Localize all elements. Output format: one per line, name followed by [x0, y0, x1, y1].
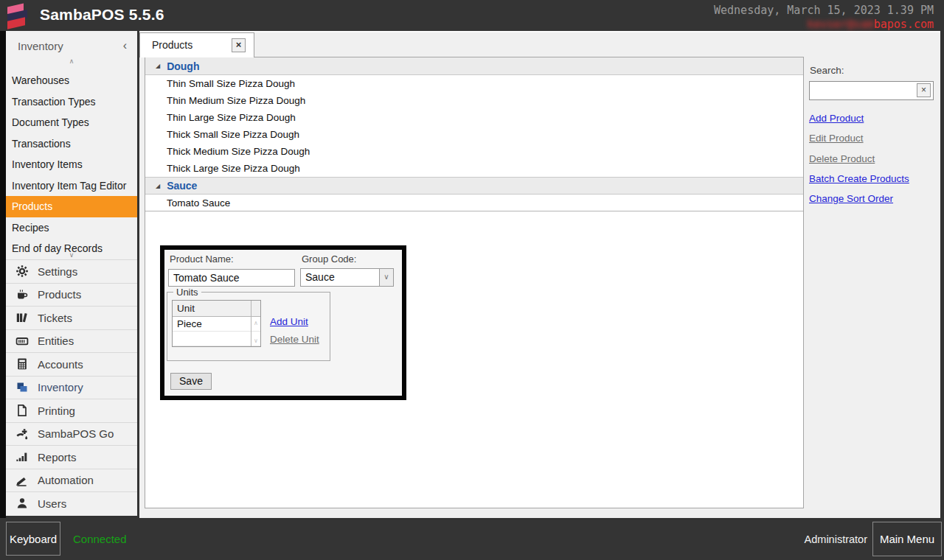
nav-item-inventory[interactable]: Inventory [6, 376, 137, 399]
pencil-icon [15, 474, 30, 487]
close-icon[interactable]: × [232, 38, 246, 52]
group-header-dough[interactable]: ◢ Dough [145, 57, 803, 75]
nav-item-label: Reports [38, 451, 77, 463]
list-item[interactable]: Thin Medium Size Pizza Dough [145, 92, 803, 109]
nav-item-label: Settings [38, 265, 77, 278]
group-code-select[interactable]: Sauce ∨ [300, 268, 394, 287]
connection-status: Connected [73, 518, 127, 560]
nav-item-tickets[interactable]: Tickets [6, 306, 137, 329]
tab-products[interactable]: Products × [139, 32, 254, 57]
nav-item-printing[interactable]: Printing [6, 399, 137, 422]
nav-item-label: Automation [38, 474, 94, 486]
sidebar-nav: Settings Products Tickets Entities Accou… [6, 259, 137, 515]
right-action-panel: Search: × Add Product Edit Product Delet… [809, 63, 936, 209]
action-links: Add Product Edit Product Delete Product … [809, 108, 936, 209]
sidebar-section-title: Inventory [18, 40, 63, 52]
footer-bar: Keyboard Connected Administrator Main Me… [0, 518, 944, 560]
left-edge-strip [0, 31, 6, 518]
nav-item-label: Tickets [38, 312, 72, 324]
list-item[interactable]: Thick Small Size Pizza Dough [145, 126, 803, 143]
scroll-up-icon[interactable]: ∧ [6, 57, 137, 65]
group-code-value: Sauce [305, 269, 335, 286]
sidebar-item-recipes[interactable]: Recipes [6, 217, 137, 239]
edit-product-link[interactable]: Edit Product [809, 128, 936, 148]
search-box: × [809, 81, 934, 100]
product-edit-form: Product Name: Group Code: Sauce ∨ Units … [160, 245, 406, 400]
sidebar-item-transactions[interactable]: Transactions [6, 133, 137, 155]
sidebar-collapse-icon[interactable]: ‹ [123, 39, 127, 52]
chevron-down-icon[interactable]: ∨ [251, 337, 260, 344]
units-scrollbar[interactable]: ∧ ∨ [251, 301, 260, 346]
batch-create-products-link[interactable]: Batch Create Products [809, 169, 936, 189]
sambapos-logo [7, 3, 34, 28]
main-menu-button[interactable]: Main Menu [872, 522, 942, 556]
unit-row-empty[interactable] [173, 332, 260, 346]
email-visible-part: bapos.com [874, 18, 934, 31]
nav-item-entities[interactable]: Entities [6, 329, 137, 353]
email-redacted-part: kevser@sam [807, 18, 873, 31]
datetime-label: Wednesday, March 15, 2023 1.39 PM [714, 4, 934, 17]
chevron-down-icon[interactable]: ∨ [379, 269, 393, 286]
expander-icon[interactable]: ◢ [156, 183, 160, 189]
unit-column-header: Unit [173, 301, 260, 317]
faucet-icon [15, 427, 30, 441]
product-name-input[interactable] [168, 269, 295, 287]
gear-icon [15, 265, 30, 278]
nav-item-label: Printing [38, 405, 75, 417]
expander-icon[interactable]: ◢ [156, 63, 160, 69]
list-item[interactable]: Thick Large Size Pizza Dough [145, 160, 803, 177]
nav-item-label: Entities [38, 335, 74, 347]
entities-icon [15, 335, 30, 348]
chevron-up-icon[interactable]: ∧ [251, 320, 260, 326]
change-sort-order-link[interactable]: Change Sort Order [809, 189, 936, 209]
list-item[interactable]: Thin Large Size Pizza Dough [145, 109, 803, 126]
nav-item-accounts[interactable]: Accounts [6, 352, 137, 376]
sidebar-item-warehouses[interactable]: Warehouses [6, 70, 137, 91]
group-name: Dough [167, 60, 199, 72]
cup-icon [15, 288, 30, 301]
nav-item-label: Products [38, 288, 81, 301]
sidebar-item-transaction-types[interactable]: Transaction Types [6, 91, 137, 113]
delete-unit-link[interactable]: Delete Unit [270, 334, 319, 345]
keyboard-button[interactable]: Keyboard [6, 522, 60, 556]
list-item[interactable]: Thick Medium Size Pizza Dough [145, 143, 803, 160]
app-title: SambaPOS 5.5.6 [40, 6, 164, 24]
nav-item-label: Inventory [38, 381, 83, 393]
unit-row[interactable]: Piece [173, 317, 260, 332]
group-code-label: Group Code: [302, 253, 356, 265]
sidebar-item-document-types[interactable]: Document Types [6, 112, 137, 133]
clear-search-icon[interactable]: × [917, 83, 931, 97]
nav-item-settings[interactable]: Settings [6, 259, 137, 283]
tab-label: Products [152, 33, 192, 57]
search-input[interactable] [810, 82, 917, 99]
nav-item-users[interactable]: Users [6, 491, 137, 515]
sidebar: Inventory ‹ ∧ Warehouses Transaction Typ… [6, 31, 137, 516]
nav-item-sambapos-go[interactable]: SambaPOS Go [6, 422, 137, 446]
nav-item-label: Accounts [38, 358, 83, 371]
sidebar-menu: Warehouses Transaction Types Document Ty… [6, 70, 137, 256]
nav-item-label: Users [38, 497, 66, 510]
units-grid[interactable]: Unit Piece ∧ ∨ [172, 300, 261, 347]
sidebar-item-inventory-item-tag-editor[interactable]: Inventory Item Tag Editor [6, 175, 137, 197]
calculator-icon [15, 357, 30, 371]
group-header-sauce[interactable]: ◢ Sauce [145, 177, 803, 195]
tickets-icon [15, 311, 30, 324]
nav-item-label: SambaPOS Go [38, 427, 114, 440]
delete-product-link[interactable]: Delete Product [809, 149, 936, 169]
nav-item-products[interactable]: Products [6, 283, 137, 307]
list-item[interactable]: Thin Small Size Pizza Dough [145, 75, 803, 92]
sidebar-item-products[interactable]: Products [6, 196, 137, 217]
save-button[interactable]: Save [170, 373, 212, 390]
scroll-down-icon[interactable]: ∨ [6, 251, 137, 259]
list-item[interactable]: Tomato Sauce [145, 195, 803, 211]
add-product-link[interactable]: Add Product [809, 108, 936, 128]
add-unit-link[interactable]: Add Unit [270, 316, 308, 327]
product-name-label: Product Name: [170, 253, 234, 265]
sidebar-item-inventory-items[interactable]: Inventory Items [6, 154, 137, 175]
license-email: kevser@sambapos.com [807, 18, 934, 31]
nav-item-automation[interactable]: Automation [6, 469, 137, 492]
nav-item-reports[interactable]: Reports [6, 445, 137, 469]
group-name: Sauce [167, 180, 197, 192]
user-icon [15, 497, 30, 510]
current-user-label: Administrator [805, 518, 867, 560]
